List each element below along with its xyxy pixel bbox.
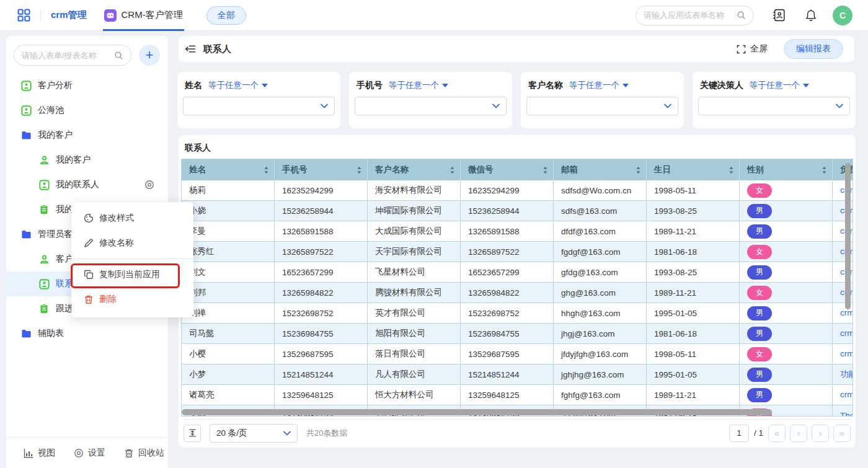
sidebar-item[interactable]: 我的客户: [6, 123, 168, 148]
add-form-button[interactable]: +: [139, 45, 160, 66]
prev-page-button[interactable]: ‹: [790, 425, 807, 442]
column-header[interactable]: 姓名: [182, 159, 275, 180]
folder-icon: [21, 229, 32, 240]
cell-owner[interactable]: crm管理员: [833, 385, 853, 405]
cell-wechat: 15232698752: [461, 303, 554, 323]
table-row[interactable]: 诸葛亮13259648125恒大方材料公司13259648125fghfg@16…: [182, 385, 852, 405]
table-row[interactable]: 李曼13265891588大成国际有限公司13265891588dfdf@163…: [182, 221, 852, 242]
cell-name: 诸葛亮: [182, 385, 275, 405]
cell-company: 旭阳有限公司: [368, 324, 461, 343]
column-header[interactable]: 生日: [647, 159, 740, 180]
column-header[interactable]: 微信号: [461, 159, 554, 180]
filter-value-select[interactable]: [183, 97, 335, 115]
sidebar-search-input[interactable]: [22, 51, 114, 60]
context-menu-item[interactable]: 删除: [71, 287, 193, 312]
filter-operator-dropdown[interactable]: 等于任意一个: [208, 80, 268, 91]
sidebar-footer-item[interactable]: 视图: [24, 448, 55, 459]
column-header[interactable]: 手机号: [275, 159, 368, 180]
filter-operator-dropdown[interactable]: 等于任意一个: [389, 80, 448, 91]
page-size-select[interactable]: 20 条/页: [210, 424, 298, 443]
fullscreen-button[interactable]: 全屏: [737, 43, 768, 55]
table-row[interactable]: 刘禅15232698752英才有限公司15232698752hhgh@163.c…: [182, 303, 852, 324]
cell-owner[interactable]: crm管理员: [833, 324, 853, 343]
sort-icon[interactable]: [450, 166, 455, 174]
cell-wechat: 13265897522: [461, 242, 554, 262]
cell-email: jhgj@163.com: [554, 324, 647, 343]
brand-link[interactable]: crm管理: [51, 9, 87, 21]
filter-value-select[interactable]: [355, 97, 507, 115]
filter-value-select[interactable]: [698, 97, 850, 115]
person-icon: [39, 155, 50, 166]
table-row[interactable]: 小梦15214851244凡人有限公司15214851244jghjhg@163…: [182, 364, 852, 385]
page-number-input[interactable]: 1: [729, 425, 749, 442]
table-row[interactable]: 司马懿15236984755旭阳有限公司15236984755jhgj@163.…: [182, 324, 852, 344]
item-settings-gear-icon[interactable]: [144, 180, 154, 190]
cell-email: jfdyjfgh@163.com: [554, 344, 647, 364]
sidebar-search[interactable]: [14, 45, 131, 66]
column-header[interactable]: 客户名称: [368, 159, 461, 180]
table-row[interactable]: 刘文16523657299飞星材料公司16523657299gfdg@163.c…: [182, 262, 852, 283]
cell-owner[interactable]: 功能测试: [833, 364, 853, 384]
collapse-sidebar-icon[interactable]: [185, 43, 196, 55]
sort-icon[interactable]: [636, 166, 641, 174]
vertical-scrollbar[interactable]: [845, 163, 851, 309]
total-count-label: 共20条数据: [306, 428, 347, 439]
cell-company: 天宇国际有限公司: [368, 242, 461, 262]
context-menu-item[interactable]: 修改样式: [71, 206, 193, 231]
sort-icon[interactable]: [542, 166, 548, 174]
annotation-highlight-box: [71, 263, 180, 288]
navbar-search-input[interactable]: [644, 11, 737, 20]
sidebar-footer-item[interactable]: 回收站: [124, 448, 164, 459]
table-row[interactable]: 小娆15236258944坤曜国际有限公司15236258944sdfs@163…: [182, 201, 852, 221]
filter-value-select[interactable]: [526, 97, 678, 115]
navbar-search[interactable]: [636, 6, 754, 25]
cell-gender: 男: [740, 221, 833, 241]
scope-all-button[interactable]: 全部: [206, 6, 246, 25]
next-page-button[interactable]: ›: [812, 425, 829, 442]
column-header-label: 邮箱: [561, 164, 578, 175]
sort-icon[interactable]: [728, 166, 734, 174]
horizontal-scrollbar[interactable]: [182, 409, 772, 415]
context-menu-item[interactable]: 修改名称: [71, 231, 193, 255]
sidebar-item-label: 客户分析: [38, 80, 73, 91]
contacts-icon[interactable]: [772, 8, 786, 22]
cell-owner[interactable]: Thomas: [833, 405, 853, 417]
avatar[interactable]: C: [833, 6, 852, 25]
table-row[interactable]: 刘邦13265984822腾骏材料有限公司13265984822ghg@163.…: [182, 283, 852, 303]
context-menu: 修改样式修改名称复制到当前应用删除: [71, 202, 193, 317]
gender-badge: 男: [747, 327, 772, 341]
app-launcher-icon[interactable]: [17, 9, 30, 22]
sort-icon[interactable]: [356, 166, 362, 174]
cell-owner[interactable]: crm管理员: [833, 344, 853, 364]
cell-phone: 15214851244: [275, 364, 368, 384]
sidebar-item[interactable]: 我的客户: [6, 148, 168, 172]
sidebar-item[interactable]: 公海池: [6, 98, 168, 123]
row-height-button[interactable]: [184, 425, 201, 442]
column-header[interactable]: 性别: [740, 159, 833, 180]
tab-crm-app[interactable]: CRM-客户管理: [103, 0, 184, 31]
cell-phone: 13265984822: [275, 283, 368, 302]
cell-email: fghfg@163.com: [554, 385, 647, 405]
search-icon: [114, 51, 123, 60]
clipboard-icon: [39, 304, 50, 314]
cell-wechat: 13259648125: [461, 385, 554, 405]
sort-icon[interactable]: [264, 166, 269, 174]
sidebar-item[interactable]: 客户分析: [6, 73, 168, 98]
sidebar-item[interactable]: 辅助表: [6, 321, 168, 346]
table-row[interactable]: 杨莉16235294299海安材料有限公司16235294299sdfsd@Wo…: [182, 180, 852, 201]
table-row[interactable]: 张秀红13265897522天宇国际有限公司13265897522fgdgf@1…: [182, 242, 852, 262]
bell-icon[interactable]: [804, 9, 818, 22]
sort-icon[interactable]: [822, 166, 827, 174]
filter-operator-dropdown[interactable]: 等于任意一个: [569, 80, 629, 91]
column-header[interactable]: 邮箱: [554, 159, 647, 180]
table-row[interactable]: 小樱13529687595落日有限公司13529687595jfdyjfgh@1…: [182, 344, 852, 364]
column-header-label: 客户名称: [375, 164, 409, 175]
sidebar-footer-item[interactable]: 设置: [74, 448, 105, 459]
last-page-button[interactable]: »: [833, 425, 851, 442]
sidebar-item[interactable]: 我的联系人: [6, 172, 168, 197]
first-page-button[interactable]: «: [768, 425, 786, 442]
filter-operator-label: 等于任意一个: [389, 80, 439, 91]
filter-operator-dropdown[interactable]: 等于任意一个: [750, 80, 809, 91]
edit-report-button[interactable]: 编辑报表: [784, 39, 843, 59]
cell-name: 小梦: [182, 364, 275, 384]
